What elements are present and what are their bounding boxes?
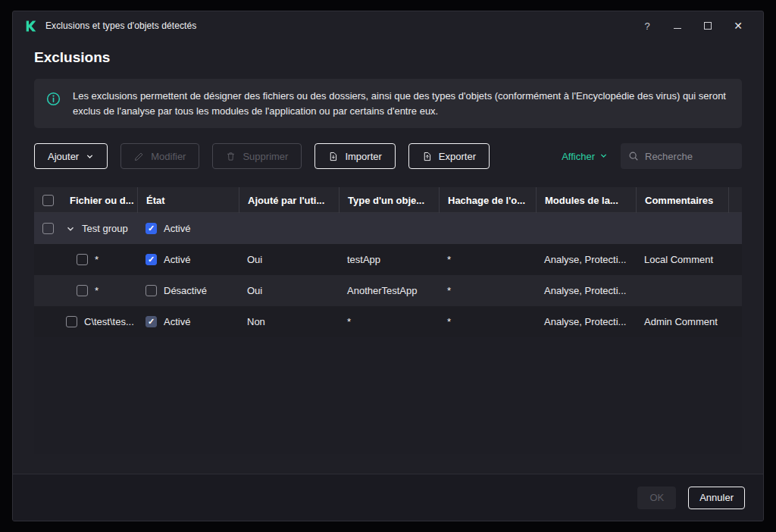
column-label: État	[146, 195, 165, 206]
header-cell-object-type: Type d'un obje...	[339, 187, 439, 213]
export-icon	[422, 152, 432, 161]
header-cell	[34, 187, 61, 213]
export-button[interactable]: Exporter	[408, 143, 490, 169]
state-label: Activé	[164, 316, 190, 327]
column-label: Type d'un obje...	[348, 195, 424, 206]
column-label: Hachage de l'o...	[448, 195, 525, 206]
table-row[interactable]: * Activé Oui testApp * Analyse, Protecti…	[34, 244, 742, 275]
display-label: Afficher	[562, 151, 595, 162]
app-window: Exclusions et types d'objets détectés ? …	[12, 11, 764, 521]
info-icon	[46, 92, 61, 109]
cell-hash: *	[439, 306, 536, 337]
search-input[interactable]	[621, 143, 742, 169]
help-button[interactable]: ?	[636, 16, 659, 36]
row-select-checkbox[interactable]	[42, 223, 54, 234]
chevron-down-icon	[86, 152, 94, 161]
cell-added-by: Oui	[239, 244, 339, 275]
trash-icon	[226, 152, 236, 161]
display-dropdown[interactable]: Afficher	[562, 151, 608, 162]
kaspersky-logo-icon	[25, 20, 38, 33]
ok-button[interactable]: OK	[637, 487, 676, 509]
maximize-button[interactable]	[696, 16, 719, 36]
table-header: Fichier ou d... État Ajouté par l'uti...…	[34, 187, 742, 213]
state-checkbox[interactable]	[146, 316, 157, 327]
select-all-checkbox[interactable]	[42, 195, 54, 206]
cell-modules: Analyse, Protecti...	[536, 275, 636, 306]
edit-button[interactable]: Modifier	[120, 143, 199, 169]
header-cell-state: État	[137, 187, 239, 213]
row-select-checkbox[interactable]	[77, 254, 88, 265]
cell-comment: Local Comment	[636, 244, 728, 275]
cell-hash: *	[439, 244, 536, 275]
column-label: Ajouté par l'uti...	[248, 195, 324, 206]
state-checkbox[interactable]	[146, 254, 157, 265]
header-cell-modules: Modules de la...	[536, 187, 636, 213]
table-row[interactable]: * Désactivé Oui AnotherTestApp * Analyse…	[34, 275, 742, 306]
header-cell-file: Fichier ou d...	[61, 187, 137, 213]
cell-modules: Analyse, Protecti...	[536, 244, 636, 275]
table-row[interactable]: C\test\tes... Activé Non * * Analyse, Pr…	[34, 306, 742, 337]
state-checkbox[interactable]	[146, 223, 157, 234]
minimize-icon	[674, 28, 681, 29]
state-checkbox[interactable]	[146, 285, 157, 296]
header-cell-added-by: Ajouté par l'uti...	[239, 187, 339, 213]
info-text: Les exclusions permettent de désigner de…	[73, 89, 727, 118]
cell-added-by: Non	[239, 306, 339, 337]
page-title: Exclusions	[34, 49, 742, 66]
header-cell-hash: Hachage de l'o...	[439, 187, 536, 213]
cell-comment: Admin Comment	[636, 306, 728, 337]
cell-object-type: *	[339, 306, 439, 337]
search-icon	[628, 151, 639, 161]
search-box	[621, 143, 742, 169]
import-icon	[328, 152, 338, 161]
exclusions-table: Fichier ou d... État Ajouté par l'uti...…	[34, 187, 742, 454]
delete-button-label: Supprimer	[242, 151, 288, 162]
column-label: Modules de la...	[545, 195, 618, 206]
import-button-label: Importer	[345, 151, 381, 162]
cell-file: *	[95, 254, 99, 265]
cancel-button[interactable]: Annuler	[688, 487, 745, 509]
minimize-button[interactable]	[666, 16, 689, 36]
close-button[interactable]: ✕	[727, 16, 749, 36]
pencil-icon	[134, 152, 144, 161]
cell-added-by: Oui	[239, 275, 339, 306]
info-banner: Les exclusions permettent de désigner de…	[34, 79, 742, 128]
header-cell-scrollbar-spacer	[728, 187, 742, 213]
table-group-row[interactable]: Test group Activé	[34, 213, 742, 244]
add-button-label: Ajouter	[48, 151, 79, 162]
screen: Exclusions et types d'objets détectés ? …	[0, 0, 776, 532]
edit-button-label: Modifier	[151, 151, 186, 162]
header-cell-comments: Commentaires	[636, 187, 728, 213]
cell-file: *	[95, 285, 99, 296]
titlebar: Exclusions et types d'objets détectés ? …	[13, 11, 763, 40]
chevron-down-icon	[599, 151, 608, 162]
add-button[interactable]: Ajouter	[34, 143, 108, 169]
cell-object-type: testApp	[339, 244, 439, 275]
cell-modules: Analyse, Protecti...	[536, 306, 636, 337]
cell-object-type: AnotherTestApp	[339, 275, 439, 306]
row-select-checkbox[interactable]	[66, 316, 77, 327]
footer: OK Annuler	[13, 474, 763, 521]
import-button[interactable]: Importer	[314, 143, 395, 169]
state-label: Activé	[164, 254, 190, 265]
collapse-chevron-icon[interactable]	[66, 224, 75, 233]
column-label: Commentaires	[645, 195, 713, 206]
cell-comment	[636, 275, 728, 306]
column-label: Fichier ou d...	[70, 195, 134, 206]
group-name: Test group	[82, 223, 128, 234]
state-label: Activé	[164, 223, 190, 234]
cell-file: C\test\tes...	[84, 316, 134, 327]
cell-hash: *	[439, 275, 536, 306]
table-empty-area	[34, 337, 742, 454]
row-select-checkbox[interactable]	[77, 285, 88, 296]
delete-button[interactable]: Supprimer	[212, 143, 302, 169]
maximize-icon	[704, 22, 712, 30]
window-title: Exclusions et types d'objets détectés	[45, 20, 196, 31]
toolbar: Ajouter Modifier Supprimer	[34, 143, 742, 169]
export-button-label: Exporter	[439, 151, 476, 162]
state-label: Désactivé	[164, 285, 207, 296]
